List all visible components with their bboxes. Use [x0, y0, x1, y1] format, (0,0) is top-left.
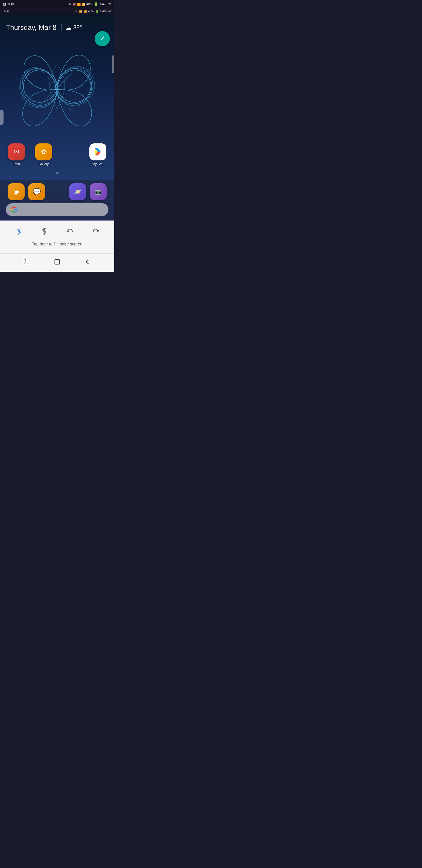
app-item-gallery[interactable]: ✿ Gallery: [35, 144, 52, 166]
messages-icon[interactable]: 💬: [28, 183, 45, 200]
play-store-label: Play Sto...: [91, 162, 105, 166]
svg-rect-12: [55, 259, 60, 264]
internet-icon[interactable]: 🪐: [69, 183, 86, 200]
email-icon[interactable]: ✉: [8, 144, 25, 160]
gallery-label: Gallery: [38, 162, 48, 166]
svg-marker-5: [17, 233, 20, 236]
dock-item-bixby[interactable]: ◉: [8, 183, 25, 200]
notif-nfc-icon: N: [75, 10, 78, 13]
back-button[interactable]: [82, 256, 93, 267]
swipe-up-indicator[interactable]: ⌃: [0, 168, 114, 180]
notif-notif-icon: ⊡: [7, 10, 9, 13]
notif-left-icons: ⊖ ⊡: [3, 10, 9, 13]
marker-tool-button[interactable]: [38, 225, 51, 238]
minus-circle-icon: ⊖: [7, 2, 10, 6]
battery-icon: 🔋: [94, 2, 98, 6]
notif-battery: 40%: [88, 10, 94, 13]
dock-row: ◉ 💬 🪐 📷: [6, 183, 108, 200]
pen-tool-button[interactable]: [12, 225, 25, 238]
bottom-toolbar: Tap here to fill entire screen: [0, 220, 114, 253]
recent-apps-button[interactable]: [22, 256, 32, 267]
wallpaper: Thursday, Mar 8 | ☁ 38°: [0, 14, 114, 220]
dock-area: ◉ 💬 🪐 📷: [0, 180, 114, 220]
notif-bar: ⊖ ⊡ N 📶 📶 40% 🔋 1:46 PM: [0, 8, 114, 14]
date-text: Thursday, Mar 8: [6, 24, 57, 32]
nav-bar: [0, 253, 114, 272]
notif-signal-icon: 📶: [84, 10, 87, 13]
bixby-icon[interactable]: ◉: [8, 183, 25, 200]
wifi-icon: 📶: [77, 3, 80, 6]
dock-empty-slot: [48, 183, 66, 200]
play-store-icon[interactable]: [89, 144, 106, 160]
dock-item-internet[interactable]: 🪐: [69, 183, 86, 200]
status-icons-right: N 🔇 📶 📶 40% 🔋 1:47 PM: [69, 2, 111, 6]
dock-item-screenshot[interactable]: 📷: [90, 183, 107, 200]
separator: |: [60, 23, 62, 32]
svg-rect-11: [26, 259, 30, 263]
notif-battery-icon: 🔋: [95, 10, 99, 13]
undo-button[interactable]: [64, 225, 76, 238]
home-button[interactable]: [52, 256, 62, 267]
chevron-up-icon: ⌃: [55, 171, 60, 178]
toolbar-icons-row: [0, 225, 114, 238]
app-icons-row: ✉ Email ✿ Gallery Play Sto...: [0, 144, 114, 166]
notif-minus-icon: ⊖: [3, 10, 6, 13]
redo-button[interactable]: [89, 225, 102, 238]
time: 1:47 PM: [99, 2, 111, 6]
notif-wifi-icon: 📶: [79, 10, 83, 13]
status-icons-left: 🖼 ⊖ ⊡: [3, 2, 14, 6]
notif-right: N 📶 📶 40% 🔋 1:46 PM: [75, 10, 111, 13]
gallery-icon[interactable]: ✿: [35, 144, 52, 160]
temperature: 38°: [73, 24, 82, 31]
signal-icon: 📶: [82, 3, 85, 6]
weather-section: ☁ 38°: [66, 24, 82, 31]
battery-percent: 40%: [87, 2, 93, 6]
confirm-button[interactable]: [95, 31, 110, 46]
photo-icon: 🖼: [3, 2, 6, 6]
mute-icon: 🔇: [72, 3, 76, 6]
app-item-playstore[interactable]: Play Sto...: [89, 144, 106, 166]
dock-item-messages[interactable]: 💬: [28, 183, 45, 200]
notification-icon: ⊡: [11, 2, 14, 6]
app-item-email[interactable]: ✉ Email: [8, 144, 25, 166]
nfc-icon: N: [69, 3, 71, 6]
cloud-icon: ☁: [66, 24, 71, 31]
email-label: Email: [12, 162, 21, 166]
notif-time: 1:46 PM: [100, 10, 111, 13]
tap-hint-text[interactable]: Tap here to fill entire screen: [0, 242, 114, 246]
screenshot-icon[interactable]: 📷: [90, 183, 107, 200]
swirl-svg: [19, 41, 95, 141]
status-bar: 🖼 ⊖ ⊡ N 🔇 📶 📶 40% 🔋 1:47 PM: [0, 0, 114, 8]
swirl-drawing-area: [0, 38, 114, 144]
google-logo: [10, 206, 18, 213]
google-search-bar[interactable]: [6, 203, 108, 216]
